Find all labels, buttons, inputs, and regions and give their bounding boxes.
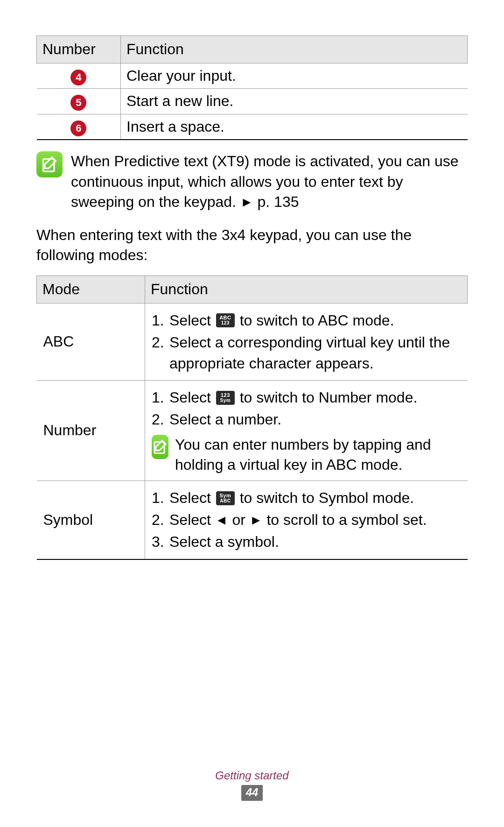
123-sym-key-icon: 123Sym: [216, 391, 235, 405]
note-number-hold-text: You can enter numbers by tapping and hol…: [175, 435, 461, 475]
note-xt9-text: When Predictive text (XT9) mode is activ…: [71, 151, 468, 212]
arrow-left-icon: ◄: [215, 511, 228, 529]
table-row: 6 Insert a space.: [37, 114, 468, 140]
table1-header-function: Function: [121, 36, 468, 64]
list-item: 2. Select a corresponding virtual key un…: [152, 332, 461, 374]
list-item: 1. Select ABC123 to switch to ABC mode.: [152, 310, 461, 331]
note-xt9: When Predictive text (XT9) mode is activ…: [36, 151, 468, 212]
list-item: 1. Select SymABC to switch to Symbol mod…: [152, 488, 461, 509]
mode-symbol-label: Symbol: [37, 481, 145, 559]
list-item: 2. Select a number.: [152, 409, 461, 430]
list-item: 2. Select ◄ or ► to scroll to a symbol s…: [152, 509, 461, 530]
number-function-table: Number Function 4 Clear your input. 5 St…: [36, 35, 468, 140]
mode-abc-label: ABC: [37, 303, 145, 380]
abc-123-key-icon: ABC123: [216, 313, 235, 327]
table1-fn-6: Insert a space.: [121, 114, 468, 140]
symbol-steps: 1. Select SymABC to switch to Symbol mod…: [152, 488, 461, 552]
callout-badge-4: 4: [70, 70, 86, 85]
mode-function-table: Mode Function ABC 1. Select ABC123 to sw…: [36, 276, 468, 559]
table-row: 4 Clear your input.: [37, 63, 468, 89]
table-row: Number 1. Select 123Sym to switch to Num…: [37, 381, 468, 481]
note-icon: [36, 151, 63, 177]
intro-paragraph: When entering text with the 3x4 keypad, …: [36, 225, 468, 265]
callout-badge-5: 5: [70, 95, 86, 111]
table2-header-function: Function: [145, 276, 468, 304]
abc-steps: 1. Select ABC123 to switch to ABC mode. …: [152, 310, 461, 374]
table1-header-number: Number: [37, 36, 121, 64]
table2-header-mode: Mode: [37, 276, 145, 304]
manual-page: Number Function 4 Clear your input. 5 St…: [0, 0, 504, 827]
table-row: Symbol 1. Select SymABC to switch to Sym…: [37, 481, 468, 559]
number-steps: 1. Select 123Sym to switch to Number mod…: [152, 387, 461, 430]
table1-fn-5: Start a new line.: [121, 89, 468, 114]
footer-section-title: Getting started: [0, 769, 504, 782]
sym-abc-key-icon: SymABC: [216, 491, 235, 505]
mode-number-label: Number: [37, 381, 145, 481]
callout-badge-6: 6: [70, 120, 86, 136]
arrow-right-icon: ►: [250, 511, 263, 529]
list-item: 3. Select a symbol.: [152, 531, 461, 552]
note-number-hold: You can enter numbers by tapping and hol…: [152, 435, 461, 475]
arrow-right-icon: ►: [240, 193, 253, 211]
page-footer: Getting started 44: [0, 769, 504, 801]
list-item: 1. Select 123Sym to switch to Number mod…: [152, 387, 461, 408]
table-row: 5 Start a new line.: [37, 89, 468, 114]
page-number: 44: [241, 785, 263, 801]
table1-fn-4: Clear your input.: [121, 63, 468, 89]
table-row: ABC 1. Select ABC123 to switch to ABC mo…: [37, 303, 468, 380]
note-icon: [152, 435, 168, 459]
